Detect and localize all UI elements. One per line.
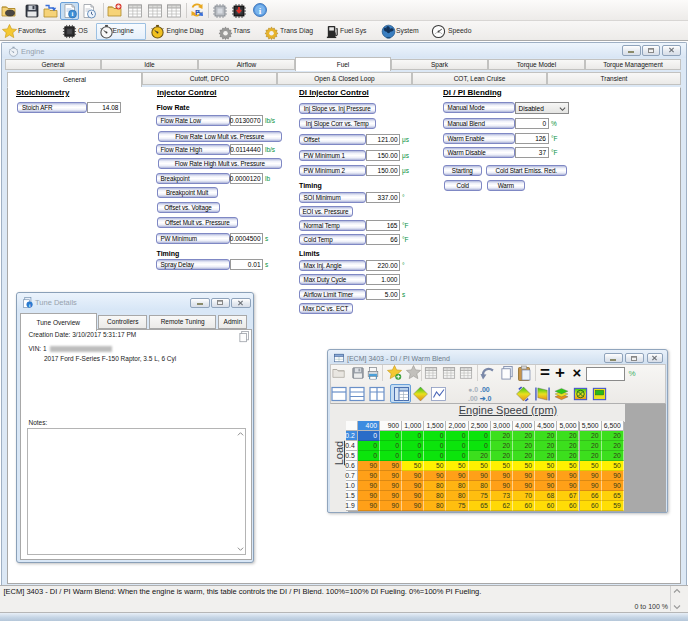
svg-text:i: i bbox=[72, 10, 74, 17]
svg-text:F: F bbox=[195, 8, 200, 17]
